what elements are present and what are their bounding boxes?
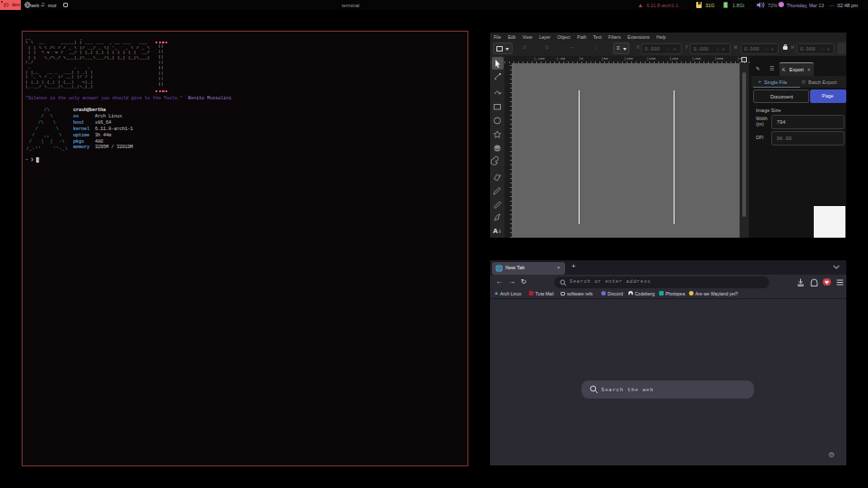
svg-text:A: A	[493, 227, 498, 235]
svg-text:I: I	[499, 229, 501, 234]
